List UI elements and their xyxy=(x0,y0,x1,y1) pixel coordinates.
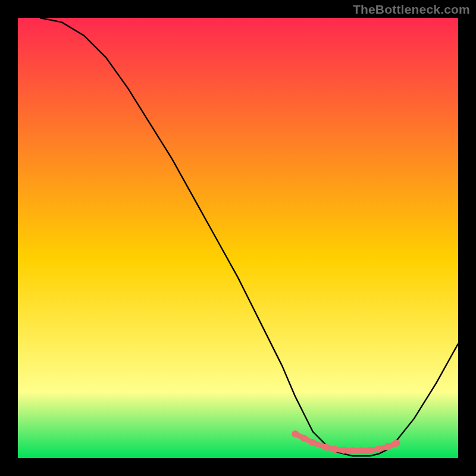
optimal-dot xyxy=(358,447,365,454)
optimal-dot xyxy=(393,440,400,447)
chart-svg xyxy=(0,0,476,476)
optimal-dot xyxy=(300,435,308,442)
chart-frame: TheBottleneck.com xyxy=(0,0,476,476)
optimal-dot xyxy=(375,446,383,453)
optimal-dot xyxy=(349,447,356,454)
optimal-dot xyxy=(322,444,330,451)
optimal-dot xyxy=(367,447,374,454)
optimal-dot xyxy=(331,446,339,453)
optimal-dot xyxy=(292,430,299,437)
watermark-text: TheBottleneck.com xyxy=(353,2,470,17)
optimal-dot xyxy=(340,447,347,454)
plot-background xyxy=(18,18,458,458)
optimal-dot xyxy=(384,443,392,450)
optimal-dot xyxy=(309,439,317,446)
